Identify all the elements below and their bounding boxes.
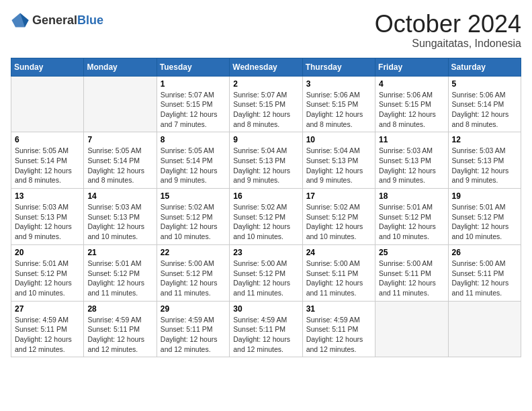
calendar-cell: 17Sunrise: 5:02 AMSunset: 5:12 PMDayligh… bbox=[302, 189, 375, 245]
day-number: 18 bbox=[379, 191, 444, 201]
calendar-cell: 30Sunrise: 4:59 AMSunset: 5:11 PMDayligh… bbox=[230, 301, 302, 357]
day-number: 19 bbox=[452, 191, 517, 201]
day-number: 11 bbox=[379, 135, 444, 144]
day-info: Sunrise: 4:59 AMSunset: 5:11 PMDaylight:… bbox=[161, 315, 226, 355]
weekday-header-wednesday: Wednesday bbox=[230, 58, 302, 76]
day-number: 22 bbox=[161, 248, 226, 257]
day-number: 12 bbox=[452, 135, 517, 144]
logo: GeneralBlue bbox=[11, 11, 103, 30]
day-number: 29 bbox=[161, 304, 226, 314]
calendar-cell: 13Sunrise: 5:03 AMSunset: 5:13 PMDayligh… bbox=[11, 189, 84, 245]
day-number: 30 bbox=[233, 304, 298, 314]
day-info: Sunrise: 5:00 AMSunset: 5:12 PMDaylight:… bbox=[233, 259, 298, 298]
day-info: Sunrise: 5:05 AMSunset: 5:14 PMDaylight:… bbox=[87, 146, 152, 185]
day-number: 14 bbox=[87, 191, 152, 201]
day-info: Sunrise: 5:03 AMSunset: 5:13 PMDaylight:… bbox=[87, 202, 152, 242]
day-number: 20 bbox=[15, 248, 80, 257]
calendar-week-4: 20Sunrise: 5:01 AMSunset: 5:12 PMDayligh… bbox=[11, 244, 521, 301]
day-info: Sunrise: 5:00 AMSunset: 5:11 PMDaylight:… bbox=[379, 259, 444, 298]
day-info: Sunrise: 5:01 AMSunset: 5:12 PMDaylight:… bbox=[87, 259, 152, 298]
calendar-cell bbox=[84, 76, 157, 132]
day-number: 13 bbox=[15, 191, 80, 201]
page-header: GeneralBlue October 2024 Sungaitatas, In… bbox=[11, 11, 521, 50]
day-info: Sunrise: 5:04 AMSunset: 5:13 PMDaylight:… bbox=[306, 146, 371, 185]
weekday-header-sunday: Sunday bbox=[11, 58, 84, 76]
day-number: 21 bbox=[87, 248, 152, 257]
calendar-cell: 31Sunrise: 4:59 AMSunset: 5:11 PMDayligh… bbox=[302, 301, 375, 357]
calendar-cell: 2Sunrise: 5:07 AMSunset: 5:15 PMDaylight… bbox=[230, 76, 302, 132]
calendar-cell: 15Sunrise: 5:02 AMSunset: 5:12 PMDayligh… bbox=[157, 189, 229, 245]
calendar-cell: 3Sunrise: 5:06 AMSunset: 5:15 PMDaylight… bbox=[302, 76, 375, 132]
day-number: 31 bbox=[306, 304, 371, 314]
day-number: 17 bbox=[306, 191, 371, 201]
day-info: Sunrise: 5:07 AMSunset: 5:15 PMDaylight:… bbox=[161, 90, 226, 130]
calendar-cell: 19Sunrise: 5:01 AMSunset: 5:12 PMDayligh… bbox=[448, 189, 521, 245]
calendar-cell: 23Sunrise: 5:00 AMSunset: 5:12 PMDayligh… bbox=[230, 244, 302, 301]
day-info: Sunrise: 4:59 AMSunset: 5:11 PMDaylight:… bbox=[233, 315, 298, 355]
calendar-cell: 27Sunrise: 4:59 AMSunset: 5:11 PMDayligh… bbox=[11, 301, 84, 357]
day-number: 15 bbox=[161, 191, 226, 201]
day-number: 2 bbox=[233, 79, 298, 89]
calendar-cell: 21Sunrise: 5:01 AMSunset: 5:12 PMDayligh… bbox=[84, 244, 157, 301]
day-number: 5 bbox=[452, 79, 517, 89]
logo-text: GeneralBlue bbox=[32, 13, 103, 28]
calendar-week-3: 13Sunrise: 5:03 AMSunset: 5:13 PMDayligh… bbox=[11, 189, 521, 245]
logo-general: General bbox=[32, 13, 77, 27]
calendar-week-2: 6Sunrise: 5:05 AMSunset: 5:14 PMDaylight… bbox=[11, 132, 521, 189]
weekday-header-saturday: Saturday bbox=[448, 58, 521, 76]
calendar-cell: 5Sunrise: 5:06 AMSunset: 5:14 PMDaylight… bbox=[448, 76, 521, 132]
day-info: Sunrise: 5:05 AMSunset: 5:14 PMDaylight:… bbox=[161, 146, 226, 185]
calendar-cell: 4Sunrise: 5:06 AMSunset: 5:15 PMDaylight… bbox=[375, 76, 448, 132]
day-number: 25 bbox=[379, 248, 444, 257]
calendar-cell: 14Sunrise: 5:03 AMSunset: 5:13 PMDayligh… bbox=[84, 189, 157, 245]
calendar-cell: 7Sunrise: 5:05 AMSunset: 5:14 PMDaylight… bbox=[84, 132, 157, 189]
day-info: Sunrise: 5:00 AMSunset: 5:12 PMDaylight:… bbox=[161, 259, 226, 298]
calendar-cell: 12Sunrise: 5:03 AMSunset: 5:13 PMDayligh… bbox=[448, 132, 521, 189]
day-number: 3 bbox=[306, 79, 371, 89]
calendar-cell: 18Sunrise: 5:01 AMSunset: 5:12 PMDayligh… bbox=[375, 189, 448, 245]
day-info: Sunrise: 4:59 AMSunset: 5:11 PMDaylight:… bbox=[306, 315, 371, 355]
day-info: Sunrise: 4:59 AMSunset: 5:11 PMDaylight:… bbox=[15, 315, 80, 355]
calendar-cell: 25Sunrise: 5:00 AMSunset: 5:11 PMDayligh… bbox=[375, 244, 448, 301]
day-info: Sunrise: 5:03 AMSunset: 5:13 PMDaylight:… bbox=[15, 202, 80, 242]
day-number: 6 bbox=[15, 135, 80, 144]
day-number: 4 bbox=[379, 79, 444, 89]
location-subtitle: Sungaitatas, Indonesia bbox=[375, 38, 521, 50]
day-number: 16 bbox=[233, 191, 298, 201]
calendar-cell: 16Sunrise: 5:02 AMSunset: 5:12 PMDayligh… bbox=[230, 189, 302, 245]
calendar-cell bbox=[448, 301, 521, 357]
day-number: 8 bbox=[161, 135, 226, 144]
day-info: Sunrise: 5:02 AMSunset: 5:12 PMDaylight:… bbox=[161, 202, 226, 242]
title-block: October 2024 Sungaitatas, Indonesia bbox=[375, 11, 521, 50]
day-number: 28 bbox=[87, 304, 152, 314]
day-info: Sunrise: 5:02 AMSunset: 5:12 PMDaylight:… bbox=[233, 202, 298, 242]
weekday-header-monday: Monday bbox=[84, 58, 157, 76]
weekday-header-thursday: Thursday bbox=[302, 58, 375, 76]
calendar-cell bbox=[11, 76, 84, 132]
day-number: 10 bbox=[306, 135, 371, 144]
day-info: Sunrise: 5:01 AMSunset: 5:12 PMDaylight:… bbox=[452, 202, 517, 242]
calendar-week-1: 1Sunrise: 5:07 AMSunset: 5:15 PMDaylight… bbox=[11, 76, 521, 132]
calendar-cell: 8Sunrise: 5:05 AMSunset: 5:14 PMDaylight… bbox=[157, 132, 229, 189]
day-number: 1 bbox=[161, 79, 226, 89]
day-info: Sunrise: 5:01 AMSunset: 5:12 PMDaylight:… bbox=[379, 202, 444, 242]
calendar-cell: 11Sunrise: 5:03 AMSunset: 5:13 PMDayligh… bbox=[375, 132, 448, 189]
calendar-cell: 24Sunrise: 5:00 AMSunset: 5:11 PMDayligh… bbox=[302, 244, 375, 301]
day-number: 23 bbox=[233, 248, 298, 257]
day-info: Sunrise: 5:05 AMSunset: 5:14 PMDaylight:… bbox=[15, 146, 80, 185]
day-info: Sunrise: 5:02 AMSunset: 5:12 PMDaylight:… bbox=[306, 202, 371, 242]
month-year-title: October 2024 bbox=[375, 11, 521, 38]
day-info: Sunrise: 5:01 AMSunset: 5:12 PMDaylight:… bbox=[15, 259, 80, 298]
day-info: Sunrise: 5:06 AMSunset: 5:15 PMDaylight:… bbox=[379, 90, 444, 130]
weekday-header-row: SundayMondayTuesdayWednesdayThursdayFrid… bbox=[11, 58, 521, 76]
day-number: 9 bbox=[233, 135, 298, 144]
day-info: Sunrise: 5:00 AMSunset: 5:11 PMDaylight:… bbox=[452, 259, 517, 298]
day-number: 24 bbox=[306, 248, 371, 257]
calendar-cell: 6Sunrise: 5:05 AMSunset: 5:14 PMDaylight… bbox=[11, 132, 84, 189]
day-number: 27 bbox=[15, 304, 80, 314]
day-number: 7 bbox=[87, 135, 152, 144]
calendar-cell: 20Sunrise: 5:01 AMSunset: 5:12 PMDayligh… bbox=[11, 244, 84, 301]
day-info: Sunrise: 5:03 AMSunset: 5:13 PMDaylight:… bbox=[379, 146, 444, 185]
calendar-cell: 1Sunrise: 5:07 AMSunset: 5:15 PMDaylight… bbox=[157, 76, 229, 132]
weekday-header-friday: Friday bbox=[375, 58, 448, 76]
